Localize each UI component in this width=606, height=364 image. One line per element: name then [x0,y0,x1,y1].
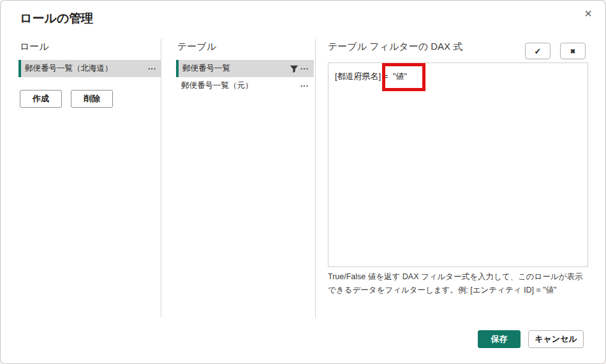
page-title: ロールの管理 [20,10,93,27]
check-icon: ✓ [535,47,542,56]
dax-column-header: テーブル フィルターの DAX 式 [328,41,462,53]
more-options-icon[interactable]: ... [300,64,309,70]
table-item-label: 郵便番号一覧 [182,63,230,74]
cancel-button[interactable]: キャンセル [528,330,584,348]
dax-help-line1: True/False 値を返す DAX フィルター式を入力して、このロールが表示 [328,270,589,284]
roles-column-header: ロール [20,41,49,53]
table-list-item[interactable]: 郵便番号一覧（元） ... [176,77,314,94]
table-item-label: 郵便番号一覧（元） [181,80,253,91]
more-options-icon[interactable]: ... [148,64,156,70]
create-role-button[interactable]: 作成 [20,90,62,108]
more-options-icon[interactable]: ... [300,81,309,87]
filter-icon [290,64,299,73]
delete-role-button[interactable]: 削除 [71,90,113,108]
role-item-label: 郵便番号一覧（北海道） [25,63,113,74]
tables-column-header: テーブル [177,41,216,53]
validate-expression-button[interactable]: ✓ [525,43,551,59]
revert-expression-button[interactable]: ✖ [560,43,586,59]
dax-help-text: True/False 値を返す DAX フィルター式を入力して、このロールが表示… [328,270,589,297]
dax-help-line2: できるデータをフィルターします。例: [エンティティ ID] = "値" [328,284,589,297]
role-list-item[interactable]: 郵便番号一覧（北海道） ... [18,60,161,77]
save-button[interactable]: 保存 [478,330,521,348]
close-icon[interactable]: × [580,4,596,21]
table-list-item[interactable]: 郵便番号一覧 ... [176,60,314,77]
column-divider [161,39,161,317]
manage-roles-dialog: ロールの管理 × ロール 郵便番号一覧（北海道） ... 作成 削除 テーブル … [0,0,606,364]
column-divider [315,39,316,317]
dismiss-icon: ✖ [570,48,575,55]
dax-expression-input[interactable]: [都道府県名] = "値" [328,62,588,267]
